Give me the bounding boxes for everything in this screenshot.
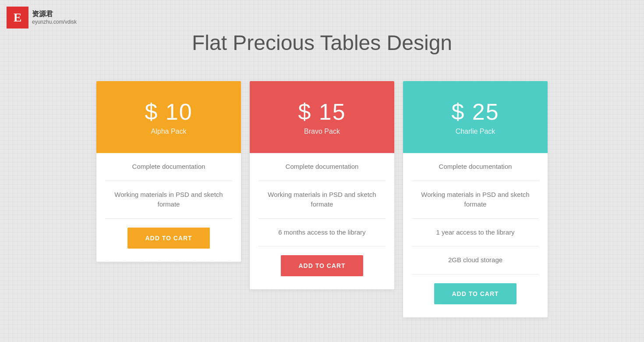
- card-bravo: $ 15 Bravo Pack Complete documentation W…: [250, 81, 394, 289]
- feature-charlie-4: 2GB cloud storage: [412, 246, 539, 274]
- add-to-cart-alpha-button[interactable]: ADD TO CART: [127, 228, 209, 249]
- feature-charlie-2: Working materials in PSD and sketch form…: [412, 181, 539, 219]
- feature-charlie-3: 1 year access to the library: [412, 219, 539, 247]
- logo-text: 资源君 eyunzhu.com/vdisk: [32, 10, 77, 25]
- card-charlie-body: Complete documentation Working materials…: [403, 153, 548, 317]
- card-bravo-btn-container: ADD TO CART: [258, 255, 386, 276]
- logo-letter: E: [14, 11, 22, 25]
- card-bravo-name: Bravo Pack: [304, 128, 340, 135]
- logo: E 资源君 eyunzhu.com/vdisk: [7, 7, 77, 28]
- card-charlie-header: $ 25 Charlie Pack: [403, 81, 548, 153]
- card-alpha-body: Complete documentation Working materials…: [96, 153, 241, 262]
- card-alpha-name: Alpha Pack: [151, 128, 187, 135]
- page-title: Flat Precious Tables Design: [0, 26, 644, 55]
- card-charlie-name: Charlie Pack: [456, 128, 495, 135]
- logo-icon: E: [7, 7, 28, 28]
- card-alpha-price: $ 10: [145, 99, 192, 125]
- card-charlie-price: $ 25: [451, 99, 499, 125]
- card-alpha-btn-container: ADD TO CART: [105, 228, 232, 249]
- feature-alpha-1: Complete documentation: [105, 153, 232, 181]
- feature-bravo-2: Working materials in PSD and sketch form…: [258, 181, 386, 219]
- card-bravo-price: $ 15: [298, 99, 346, 125]
- card-bravo-header: $ 15 Bravo Pack: [250, 81, 394, 153]
- add-to-cart-bravo-button[interactable]: ADD TO CART: [281, 255, 363, 276]
- card-bravo-body: Complete documentation Working materials…: [250, 153, 394, 289]
- card-charlie: $ 25 Charlie Pack Complete documentation…: [403, 81, 548, 317]
- pricing-cards-container: $ 10 Alpha Pack Complete documentation W…: [0, 81, 644, 317]
- add-to-cart-charlie-button[interactable]: ADD TO CART: [434, 283, 516, 304]
- feature-bravo-1: Complete documentation: [258, 153, 386, 181]
- card-alpha-header: $ 10 Alpha Pack: [96, 81, 241, 153]
- feature-bravo-3: 6 months access to the library: [258, 219, 386, 247]
- feature-charlie-1: Complete documentation: [412, 153, 539, 181]
- card-charlie-btn-container: ADD TO CART: [412, 283, 539, 304]
- logo-brand: 资源君: [32, 10, 77, 19]
- logo-url: eyunzhu.com/vdisk: [32, 19, 77, 26]
- feature-alpha-2: Working materials in PSD and sketch form…: [105, 181, 232, 219]
- card-alpha: $ 10 Alpha Pack Complete documentation W…: [96, 81, 241, 262]
